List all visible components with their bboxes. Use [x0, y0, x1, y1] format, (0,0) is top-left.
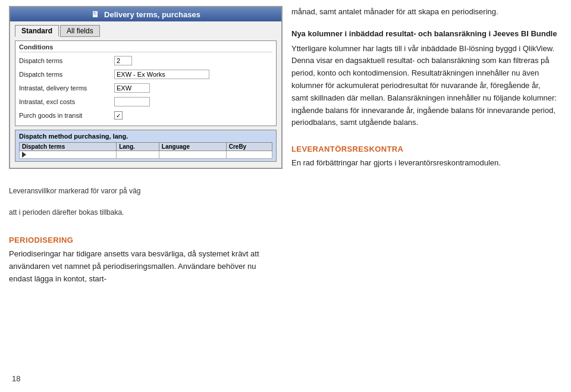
dialog-titlebar: 🖥 Delivery terms, purchases	[10, 7, 281, 21]
table-cell-arrow	[20, 151, 117, 159]
bi-block: Nya kolumner i inbäddad resultat- och ba…	[291, 28, 559, 139]
purch-goods-label: Purch goods in transit	[19, 112, 114, 119]
table-cell-language	[159, 151, 226, 159]
dispatch-terms-value-2	[114, 70, 272, 79]
form-row-dispatch-2: Dispatch terms	[19, 68, 272, 80]
dialog-title: Delivery terms, purchases	[104, 10, 200, 19]
dialog-body: Standard All fields Conditions Dispatch …	[10, 21, 281, 168]
caption-line1: Leveransvillkor markerad för varor på vä…	[9, 187, 140, 195]
purch-goods-value: ✓	[114, 111, 272, 120]
intrastat-excl-input[interactable]	[114, 97, 150, 106]
dialog-window: 🖥 Delivery terms, purchases Standard All…	[9, 6, 283, 169]
row-indicator	[22, 152, 114, 158]
dispatch-terms-input-1[interactable]	[114, 56, 132, 65]
col-lang: Lang.	[117, 143, 159, 151]
intrastat-delivery-value	[114, 83, 272, 93]
caption-line2: att i perioden därefter bokas tillbaka.	[9, 208, 124, 217]
col-creby: CreBy	[226, 143, 272, 151]
sub-section-label: Dispatch method purchasing, lang.	[19, 133, 272, 140]
periodisering-heading: PERIODISERING	[9, 236, 277, 244]
tab-all-fields[interactable]: All fields	[60, 25, 100, 37]
table-cell-lang	[117, 151, 159, 159]
dispatch-terms-value-1	[114, 56, 272, 65]
table-row-arrow	[20, 151, 272, 159]
right-intro: månad, samt antalet månader för att skap…	[291, 6, 559, 18]
dispatch-terms-input-2[interactable]	[114, 70, 209, 79]
col-dispatch-terms: Dispatch terms	[20, 143, 117, 151]
dispatch-terms-label-2: Dispatch terms	[19, 71, 114, 78]
arrow-right-icon	[22, 152, 26, 158]
bi-body: Ytterligare kolumner har lagts till i vå…	[291, 43, 559, 130]
dispatch-terms-label-1: Dispatch terms	[19, 57, 114, 64]
col-language: Language	[159, 143, 226, 151]
left-caption: Leveransvillkor markerad för varor på vä…	[9, 186, 277, 218]
right-column: månad, samt antalet månader för att skap…	[286, 0, 571, 392]
page-number: 18	[12, 374, 20, 383]
form-row-intrastat-excl: Intrastat, excl costs	[19, 96, 272, 108]
tab-standard[interactable]: Standard	[15, 25, 59, 37]
conditions-label: Conditions	[19, 43, 272, 52]
leverantor-body: En rad förbättringar har gjorts i levera…	[291, 157, 559, 170]
conditions-section: Conditions Dispatch terms Dispatch terms	[15, 40, 277, 126]
form-row-intrastat-delivery: Intrastat, delivery terms	[19, 82, 272, 94]
tab-bar: Standard All fields	[15, 25, 277, 37]
bi-heading: Nya kolumner i inbäddad resultat- och ba…	[291, 28, 559, 40]
intrastat-delivery-input[interactable]	[114, 83, 150, 93]
sub-section: Dispatch method purchasing, lang. Dispat…	[15, 130, 277, 162]
purch-goods-checkbox[interactable]: ✓	[114, 111, 123, 120]
periodisering-section: PERIODISERING Periodiseringar har tidiga…	[9, 230, 277, 294]
dialog-icon: 🖥	[91, 10, 99, 19]
intrastat-delivery-label: Intrastat, delivery terms	[19, 84, 114, 92]
form-row-dispatch-1: Dispatch terms	[19, 55, 272, 67]
leverantor-heading: LEVERANTÖRSRESKONTRA	[291, 145, 559, 153]
table-cell-creby	[226, 151, 272, 159]
form-row-purch-goods: Purch goods in transit ✓	[19, 109, 272, 121]
periodisering-body: Periodiseringar har tidigare ansetts var…	[9, 248, 277, 285]
sub-table: Dispatch terms Lang. Language CreBy	[19, 142, 272, 159]
intrastat-excl-value	[114, 97, 272, 106]
intrastat-excl-label: Intrastat, excl costs	[19, 98, 114, 105]
leverantor-block: LEVERANTÖRSRESKONTRA En rad förbättringa…	[291, 139, 559, 179]
